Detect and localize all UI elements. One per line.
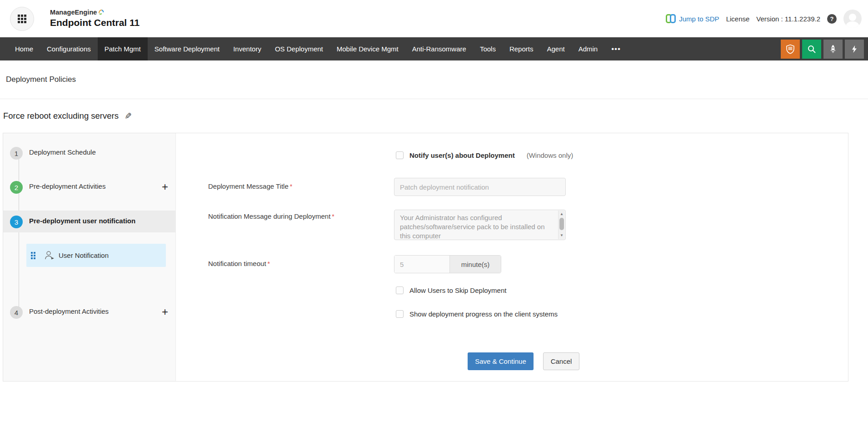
show-progress-checkbox[interactable] xyxy=(396,310,404,318)
step-indicator-2: 2 xyxy=(10,181,23,194)
getting-started-button[interactable] xyxy=(823,40,843,59)
stepper-connector-line xyxy=(19,153,19,312)
breadcrumb: Deployment Policies xyxy=(0,60,868,99)
user-notification-sub-item[interactable]: User Notification xyxy=(26,244,166,267)
help-button[interactable]: ? xyxy=(827,14,837,24)
nav-icon-cluster xyxy=(781,37,868,60)
save-and-continue-button[interactable]: Save & Continue xyxy=(468,352,534,370)
nav-item-os-deployment[interactable]: OS Deployment xyxy=(268,37,330,60)
nav-item-home[interactable]: Home xyxy=(8,37,40,60)
brand-wordmark: ManageEngine xyxy=(50,9,97,16)
allow-skip-label: Allow Users to Skip Deployment xyxy=(409,286,506,294)
edit-policy-name-button[interactable]: ✎ xyxy=(125,111,132,121)
user-notification-label: User Notification xyxy=(59,251,109,259)
user-notification-icon xyxy=(44,251,55,260)
policy-title: Force reboot excluding servers xyxy=(3,111,119,121)
lightning-icon xyxy=(850,44,859,54)
step-indicator-4: 4 xyxy=(10,306,23,319)
scroll-down-icon[interactable]: ▼ xyxy=(559,232,565,239)
stepper-item-pre-deployment-activities[interactable]: Pre-deployment Activities xyxy=(29,182,105,190)
app-launcher-button[interactable] xyxy=(10,7,34,31)
user-notification-form: Notify user(s) about Deployment (Windows… xyxy=(176,133,848,381)
scroll-up-icon[interactable]: ▲ xyxy=(559,211,565,217)
step-number: 3 xyxy=(15,218,18,226)
manageengine-swoosh-icon xyxy=(98,9,104,15)
search-button[interactable] xyxy=(802,40,821,59)
show-progress-label: Show deployment progress on the client s… xyxy=(409,310,558,318)
page-title: Deployment Policies xyxy=(6,75,76,84)
timeout-unit-label: minute(s) xyxy=(449,256,501,273)
step-indicator-1: 1 xyxy=(10,147,23,160)
header-right-cluster: Jump to SDP License Version : 11.1.2239.… xyxy=(666,10,862,28)
jump-to-sdp-label: Jump to SDP xyxy=(679,15,719,23)
stepper-item-deployment-schedule[interactable]: Deployment Schedule xyxy=(29,148,96,156)
step-number: 4 xyxy=(15,309,18,316)
scrollbar-thumb[interactable] xyxy=(559,218,564,230)
required-marker: * xyxy=(290,183,292,190)
policy-title-row: Force reboot excluding servers ✎ xyxy=(0,99,868,133)
top-header: ManageEngine Endpoint Central 11 Jump to… xyxy=(0,0,868,37)
nav-item-mobile-device-mgmt[interactable]: Mobile Device Mgmt xyxy=(330,37,405,60)
add-pre-deployment-activity-button[interactable]: + xyxy=(158,181,172,194)
nav-item-admin[interactable]: Admin xyxy=(572,37,605,60)
nav-item-reports[interactable]: Reports xyxy=(503,37,540,60)
pencil-icon: ✎ xyxy=(125,111,132,121)
message-title-label-row: Deployment Message Title* xyxy=(208,182,292,190)
allow-skip-checkbox[interactable] xyxy=(396,286,404,294)
stepper-item-post-deployment-activities[interactable]: Post-deployment Activities xyxy=(29,307,109,315)
drag-handle-icon[interactable] xyxy=(31,252,35,259)
textarea-scrollbar[interactable]: ▲ ▼ xyxy=(558,211,565,239)
person-silhouette-icon xyxy=(843,11,862,28)
notification-message-label: Notification Message during Deployment xyxy=(208,212,330,220)
rocket-icon xyxy=(828,44,838,54)
form-actions: Save & Continue Cancel xyxy=(468,352,579,370)
step-indicator-3: 3 xyxy=(10,216,23,228)
cancel-button[interactable]: Cancel xyxy=(543,352,579,370)
grid-icon xyxy=(18,15,26,23)
nav-item-software-deployment[interactable]: Software Deployment xyxy=(148,37,226,60)
sdp-icon xyxy=(666,14,676,24)
notification-timeout-group: minute(s) xyxy=(394,255,501,273)
help-icon: ? xyxy=(830,15,834,22)
required-marker: * xyxy=(332,213,334,220)
nav-more-button[interactable]: ••• xyxy=(604,37,628,60)
message-title-label: Deployment Message Title xyxy=(208,182,289,190)
nav-item-inventory[interactable]: Inventory xyxy=(226,37,268,60)
policy-editor-card: 1 Deployment Schedule 2 Pre-deployment A… xyxy=(3,133,848,382)
jump-to-sdp-link[interactable]: Jump to SDP xyxy=(666,14,719,24)
notify-users-checkbox[interactable] xyxy=(396,151,404,159)
notification-message-textarea[interactable]: Your Administrator has configured patche… xyxy=(394,210,566,240)
deployment-stepper: 1 Deployment Schedule 2 Pre-deployment A… xyxy=(3,133,176,381)
search-icon xyxy=(807,44,817,54)
add-post-deployment-activity-button[interactable]: + xyxy=(158,306,172,319)
license-link[interactable]: License xyxy=(726,15,750,23)
product-title: Endpoint Central 11 xyxy=(50,17,140,28)
step-number: 1 xyxy=(15,150,18,157)
stepper-item-pre-deployment-user-notification[interactable]: Pre-deployment user notification xyxy=(29,217,135,225)
notification-message-label-row: Notification Message during Deployment* xyxy=(208,212,334,220)
notification-timeout-label-row: Notification timeout* xyxy=(208,260,270,267)
version-label: Version : 11.1.2239.2 xyxy=(756,15,820,23)
notify-users-row: Notify user(s) about Deployment (Windows… xyxy=(396,151,573,159)
skip-deployment-row: Allow Users to Skip Deployment xyxy=(396,286,506,294)
notification-timeout-label: Notification timeout xyxy=(208,260,266,267)
message-title-input[interactable] xyxy=(394,178,566,196)
nav-item-configurations[interactable]: Configurations xyxy=(40,37,98,60)
required-marker: * xyxy=(268,260,270,267)
user-avatar[interactable] xyxy=(843,10,862,28)
main-navbar: Home Configurations Patch Mgmt Software … xyxy=(0,37,868,60)
shield-icon xyxy=(785,44,796,55)
nav-item-tools[interactable]: Tools xyxy=(473,37,503,60)
endpoint-central-app: ManageEngine Endpoint Central 11 Jump to… xyxy=(0,0,868,422)
quick-actions-button[interactable] xyxy=(845,40,864,59)
nav-item-patch-mgmt[interactable]: Patch Mgmt xyxy=(98,37,148,60)
nav-item-agent[interactable]: Agent xyxy=(540,37,571,60)
show-progress-row: Show deployment progress on the client s… xyxy=(396,310,558,318)
nav-item-anti-ransomware[interactable]: Anti-Ransomware xyxy=(405,37,473,60)
security-shield-button[interactable] xyxy=(781,40,800,59)
step-number: 2 xyxy=(15,184,18,191)
notification-timeout-input[interactable] xyxy=(394,256,449,273)
windows-only-hint: (Windows only) xyxy=(527,151,574,159)
notification-message-value: Your Administrator has configured patche… xyxy=(400,214,545,240)
notify-users-label: Notify user(s) about Deployment xyxy=(409,151,515,159)
